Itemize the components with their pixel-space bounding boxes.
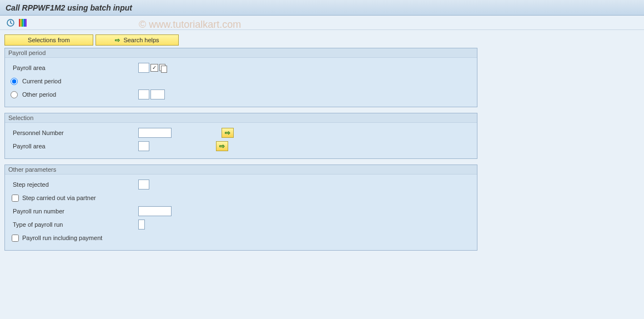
current-period-label: Current period [22, 78, 61, 84]
step-rejected-label: Step rejected [11, 181, 138, 188]
rainbow-icon [19, 19, 27, 27]
selections-from-button[interactable]: Selections from [4, 34, 93, 46]
execute-icon[interactable] [6, 18, 16, 28]
arrow-right-icon: ⇨ [225, 129, 230, 137]
personnel-number-input[interactable] [138, 128, 172, 138]
current-period-radio[interactable] [11, 78, 18, 85]
payroll-area-label: Payroll area [11, 64, 138, 71]
selection-payroll-area-input[interactable] [138, 141, 149, 151]
arrow-right-icon: ⇨ [219, 142, 225, 150]
step-rejected-input[interactable] [138, 180, 149, 190]
including-payment-label: Payroll run including payment [22, 235, 102, 241]
payroll-run-number-label: Payroll run number [11, 208, 138, 215]
app-toolbar [0, 16, 644, 30]
group-payroll-period: Payroll period Payroll area ✓ Current pe… [4, 48, 477, 107]
step-partner-checkbox[interactable] [12, 195, 19, 202]
group-title-payroll-period: Payroll period [5, 48, 477, 58]
current-period-radio-row[interactable]: Current period [11, 78, 138, 85]
group-title-selection: Selection [5, 113, 477, 123]
search-helps-label: Search helps [123, 37, 159, 43]
search-helps-button[interactable]: ⇨ Search helps [95, 34, 179, 46]
type-of-payroll-run-input[interactable] [138, 220, 145, 230]
check-icon[interactable]: ✓ [150, 64, 158, 72]
payroll-area-range-button[interactable]: ⇨ [216, 141, 228, 151]
selection-payroll-area-label: Payroll area [11, 143, 138, 149]
step-partner-label: Step carried out via partner [22, 195, 96, 201]
type-of-payroll-run-label: Type of payroll run [11, 221, 138, 228]
group-other-parameters: Other parameters Step rejected Step carr… [4, 165, 477, 251]
personnel-number-range-button[interactable]: ⇨ [222, 128, 234, 138]
work-area: Selections from ⇨ Search helps Payroll p… [0, 30, 644, 319]
selections-from-label: Selections from [28, 37, 70, 43]
step-partner-row[interactable]: Step carried out via partner [11, 195, 138, 202]
group-selection: Selection Personnel Number ⇨ Payroll are… [4, 113, 477, 159]
personnel-number-label: Personnel Number [11, 129, 138, 136]
copy-icon[interactable] [159, 64, 167, 72]
payroll-area-input[interactable] [138, 63, 149, 73]
other-period-input-2[interactable] [150, 89, 165, 99]
other-period-label: Other period [22, 91, 56, 98]
page-title: Call RPPWF1M2 using batch input [6, 3, 132, 12]
group-title-other-params: Other parameters [5, 165, 477, 175]
page-title-bar: Call RPPWF1M2 using batch input [0, 0, 644, 16]
other-period-radio[interactable] [11, 91, 18, 98]
including-payment-row[interactable]: Payroll run including payment [11, 235, 138, 242]
including-payment-checkbox[interactable] [12, 235, 19, 242]
arrow-right-icon: ⇨ [115, 37, 120, 44]
action-button-row: Selections from ⇨ Search helps [4, 34, 640, 46]
palette-icon[interactable] [18, 18, 28, 28]
payroll-run-number-input[interactable] [138, 206, 172, 216]
other-period-input-1[interactable] [138, 89, 149, 99]
other-period-radio-row[interactable]: Other period [11, 91, 138, 98]
